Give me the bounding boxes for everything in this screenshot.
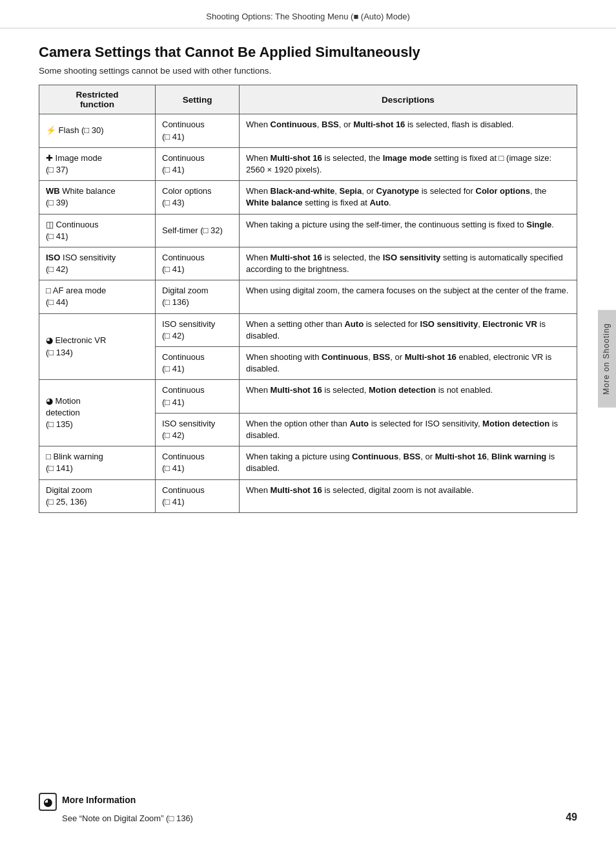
desc-evr-iso: When a setting other than Auto is select… (240, 313, 577, 346)
setting-evr-iso: ISO sensitivity(□ 42) (156, 313, 240, 346)
continuous-icon: ◫ (46, 220, 54, 229)
blink-icon: □ (46, 452, 51, 461)
col-header-setting: Setting (156, 85, 240, 114)
setting-af-digital-zoom: Digital zoom(□ 136) (156, 280, 240, 313)
desc-image-mode: When Multi-shot 16 is selected, the Imag… (240, 147, 577, 180)
desc-motion-continuous: When Multi-shot 16 is selected, Motion d… (240, 380, 577, 413)
more-info-title: More Information (62, 793, 136, 805)
side-tab-label: More on Shooting (602, 323, 611, 395)
table-row: ✚ Image mode(□ 37) Continuous(□ 41) When… (39, 147, 577, 180)
image-mode-icon: ✚ (46, 153, 53, 163)
restricted-flash: ⚡ Flash (□ 30) (39, 114, 156, 147)
iso-icon: ISO (46, 253, 60, 262)
restricted-digital-zoom: Digital zoom(□ 25, 136) (39, 479, 156, 512)
restricted-white-balance: WB White balance(□ 39) (39, 181, 156, 214)
header-text: Shooting Options: The Shooting Menu (■ (… (206, 12, 409, 21)
table-row: ISO ISO sensitivity(□ 42) Continuous(□ 4… (39, 247, 577, 280)
restricted-continuous: ◫ Continuous(□ 41) (39, 214, 156, 247)
restricted-af-area: □ AF area mode(□ 44) (39, 280, 156, 313)
setting-blink-continuous: Continuous(□ 41) (156, 446, 240, 479)
more-info-section: ◕ More Information (39, 793, 577, 811)
restricted-motion: ◕ Motiondetection(□ 135) (39, 380, 156, 446)
more-info-text: See “Note on Digital Zoom” (□ 136) (62, 813, 577, 823)
desc-iso: When Multi-shot 16 is selected, the ISO … (240, 247, 577, 280)
page-footer: ◕ More Information See “Note on Digital … (39, 793, 577, 823)
setting-evr-continuous: Continuous(□ 41) (156, 347, 240, 380)
restricted-iso: ISO ISO sensitivity(□ 42) (39, 247, 156, 280)
setting-iso-continuous: Continuous(□ 41) (156, 247, 240, 280)
desc-continuous: When taking a picture using the self-tim… (240, 214, 577, 247)
page-title: Camera Settings that Cannot Be Applied S… (39, 44, 577, 61)
evr-icon: ◕ (46, 335, 53, 345)
setting-flash-continuous: Continuous(□ 41) (156, 114, 240, 147)
col-header-desc: Descriptions (240, 85, 577, 114)
col-header-restricted: Restrictedfunction (39, 85, 156, 114)
setting-motion-iso: ISO sensitivity(□ 42) (156, 413, 240, 446)
desc-digital-zoom: When Multi-shot 16 is selected, digital … (240, 479, 577, 512)
settings-table: Restrictedfunction Setting Descriptions … (39, 85, 577, 513)
table-row: WB White balance(□ 39) Color options(□ 4… (39, 181, 577, 214)
main-content: Camera Settings that Cannot Be Applied S… (0, 28, 616, 539)
restricted-image-mode: ✚ Image mode(□ 37) (39, 147, 156, 180)
table-row: ◕ Electronic VR(□ 134) ISO sensitivity(□… (39, 313, 577, 346)
desc-white-balance: When Black-and-white, Sepia, or Cyanotyp… (240, 181, 577, 214)
desc-evr-continuous: When shooting with Continuous, BSS, or M… (240, 347, 577, 380)
flash-icon: ⚡ (46, 125, 56, 135)
table-row: ⚡ Flash (□ 30) Continuous(□ 41) When Con… (39, 114, 577, 147)
side-tab: More on Shooting (598, 310, 616, 408)
setting-image-mode-continuous: Continuous(□ 41) (156, 147, 240, 180)
subtitle: Some shooting settings cannot be used wi… (39, 66, 577, 76)
af-icon: □ (46, 286, 51, 295)
desc-blink: When taking a picture using Continuous, … (240, 446, 577, 479)
table-row: ◫ Continuous(□ 41) Self-timer (□ 32) Whe… (39, 214, 577, 247)
table-row: □ Blink warning(□ 141) Continuous(□ 41) … (39, 446, 577, 479)
page-header: Shooting Options: The Shooting Menu (■ (… (0, 0, 616, 28)
wb-icon: WB (46, 186, 60, 196)
desc-flash: When Continuous, BSS, or Multi-shot 16 i… (240, 114, 577, 147)
restricted-evr: ◕ Electronic VR(□ 134) (39, 313, 156, 380)
more-info-icon: ◕ (39, 793, 57, 811)
setting-digital-zoom-continuous: Continuous(□ 41) (156, 479, 240, 512)
page-number: 49 (566, 812, 577, 823)
motion-icon: ◕ (46, 396, 53, 406)
setting-continuous-selftimer: Self-timer (□ 32) (156, 214, 240, 247)
restricted-blink: □ Blink warning(□ 141) (39, 446, 156, 479)
desc-motion-iso: When the option other than Auto is selec… (240, 413, 577, 446)
setting-motion-continuous: Continuous(□ 41) (156, 380, 240, 413)
table-row: Digital zoom(□ 25, 136) Continuous(□ 41)… (39, 479, 577, 512)
desc-af-area: When using digital zoom, the camera focu… (240, 280, 577, 313)
table-row: □ AF area mode(□ 44) Digital zoom(□ 136)… (39, 280, 577, 313)
table-row: ◕ Motiondetection(□ 135) Continuous(□ 41… (39, 380, 577, 413)
setting-white-balance-color: Color options(□ 43) (156, 181, 240, 214)
